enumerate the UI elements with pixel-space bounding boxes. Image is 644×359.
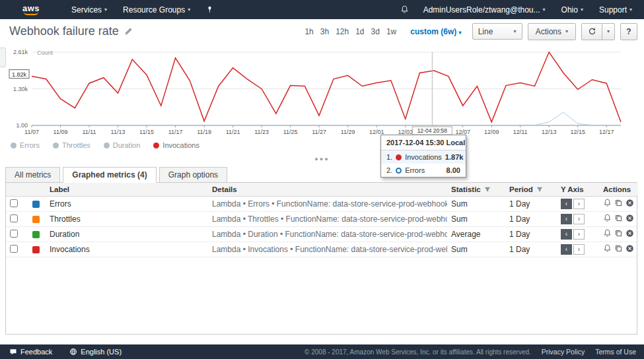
time-range-1w[interactable]: 1w (386, 27, 396, 36)
help-button[interactable]: ? (620, 23, 637, 40)
remove-metric-icon[interactable] (626, 229, 634, 240)
row-checkbox[interactable] (10, 245, 18, 253)
remove-metric-icon[interactable] (626, 199, 634, 209)
remove-metric-icon[interactable] (626, 214, 634, 224)
nav-support-menu[interactable]: Support▾ (591, 0, 640, 19)
y-axis-left-button[interactable]: ‹ (561, 229, 572, 240)
metric-period[interactable]: 1 Day (505, 197, 557, 212)
sidebar-collapse-handle[interactable] (0, 48, 6, 67)
y-axis-left-button[interactable]: ‹ (561, 244, 572, 255)
time-range-12h[interactable]: 12h (336, 27, 349, 36)
y-axis-right-button[interactable]: › (573, 199, 585, 209)
chart-legend: Errors Throttles Duration Invocations (11, 141, 199, 149)
legend-item-errors[interactable]: Errors (11, 141, 40, 149)
series-color-swatch (32, 201, 40, 208)
alarm-bell-icon[interactable] (603, 244, 612, 255)
y-axis-right-button[interactable]: › (573, 244, 585, 255)
metric-period[interactable]: 1 Day (505, 227, 557, 242)
y-axis-right-button[interactable]: › (573, 214, 585, 224)
legend-label: Duration (113, 141, 141, 149)
feedback-button[interactable]: Feedback (9, 348, 52, 356)
chevron-down-icon: ▾ (581, 7, 583, 13)
tooltip-row-invocations: 1. Invocations 1.87k (381, 150, 466, 164)
tooltip-series-name: Errors (405, 166, 443, 174)
notifications-bell-icon[interactable] (394, 5, 415, 14)
tab-graphed-metrics[interactable]: Graphed metrics (4) (63, 167, 156, 183)
duplicate-icon[interactable] (614, 244, 623, 255)
metric-statistic[interactable]: Sum (447, 242, 505, 257)
row-checkbox[interactable] (10, 214, 18, 222)
legend-item-throttles[interactable]: Throttles (53, 141, 90, 149)
metric-statistic[interactable]: Average (447, 227, 505, 242)
terms-of-use-link[interactable]: Terms of Use (595, 348, 636, 356)
y-axis-left-button[interactable]: ‹ (561, 199, 572, 209)
legend-item-duration[interactable]: Duration (104, 141, 141, 149)
time-range-3h[interactable]: 3h (320, 27, 329, 36)
nav-services[interactable]: Services▾ (63, 0, 115, 19)
chevron-down-icon: ▾ (514, 28, 517, 34)
custom-range-link[interactable]: custom (6w) ▾ (410, 27, 461, 36)
time-range-1d[interactable]: 1d (355, 27, 364, 36)
nav-account-menu[interactable]: AdminUsersRole/ztwang@thou...▾ (415, 0, 554, 19)
duplicate-icon[interactable] (614, 214, 623, 224)
refresh-button[interactable] (581, 23, 602, 40)
page-header-bar: Webhook failure rate 1h 3h 12h 1d 3d 1w … (0, 19, 644, 44)
actions-header-label: Actions (603, 185, 631, 193)
refresh-options-button[interactable]: ▾ (602, 23, 615, 40)
actions-button[interactable]: Actions▾ (528, 23, 576, 40)
row-checkbox[interactable] (10, 230, 18, 238)
table-row-duration: Duration Lambda • Duration • FunctionNam… (6, 227, 638, 242)
duplicate-icon[interactable] (614, 199, 623, 209)
filter-icon[interactable] (484, 186, 491, 193)
y-axis-left-button[interactable]: ‹ (561, 214, 572, 224)
nav-region-menu[interactable]: Ohio▾ (554, 0, 591, 19)
copyright-text: © 2008 - 2017, Amazon Web Services, Inc.… (304, 348, 531, 356)
nav-resource-groups[interactable]: Resource Groups▾ (115, 0, 198, 19)
custom-range-label: custom (6w) (410, 27, 456, 36)
metric-statistic[interactable]: Sum (447, 197, 505, 212)
row-checkbox[interactable] (10, 199, 18, 207)
series-dot-icon (396, 154, 402, 160)
pin-icon[interactable] (198, 6, 221, 13)
metrics-line-chart[interactable]: 2.61k1.30k1.00Count11/0711/0911/1111/131… (0, 44, 644, 139)
svg-text:12-04 20:58: 12-04 20:58 (417, 127, 448, 134)
metric-label[interactable]: Invocations (46, 242, 208, 257)
legend-item-invocations[interactable]: Invocations (153, 141, 199, 149)
svg-text:11/19: 11/19 (197, 129, 211, 135)
y-axis-right-button[interactable]: › (573, 229, 585, 240)
tab-all-metrics[interactable]: All metrics (5, 167, 60, 183)
time-range-1h[interactable]: 1h (304, 27, 313, 36)
remove-metric-icon[interactable] (626, 244, 634, 255)
time-range-3d[interactable]: 3d (371, 27, 380, 36)
period-header: Period (505, 183, 557, 197)
alarm-bell-icon[interactable] (603, 229, 612, 240)
metric-label[interactable]: Errors (46, 197, 208, 212)
metrics-chart-area[interactable]: 2.61k1.30k1.00Count11/0711/0911/1111/131… (0, 44, 644, 139)
metric-period[interactable]: 1 Day (505, 212, 557, 227)
aws-smile-icon (24, 12, 38, 15)
aws-logo[interactable]: aws (22, 5, 40, 15)
chart-type-select[interactable]: Line▾ (472, 23, 522, 40)
duplicate-icon[interactable] (614, 229, 623, 240)
metric-statistic[interactable]: Sum (447, 212, 505, 227)
edit-title-pencil-icon[interactable] (124, 27, 133, 36)
legend-dot-icon (53, 143, 59, 148)
metric-period[interactable]: 1 Day (505, 242, 557, 257)
language-selector[interactable]: English (US) (69, 348, 122, 356)
svg-text:11/15: 11/15 (139, 129, 154, 135)
tooltip-series-value: 1.87k (445, 153, 464, 161)
alarm-bell-icon[interactable] (603, 199, 612, 209)
tab-graph-options[interactable]: Graph options (159, 167, 227, 183)
alarm-bell-icon[interactable] (603, 214, 612, 224)
privacy-policy-link[interactable]: Privacy Policy (542, 348, 585, 356)
chart-resize-grip[interactable]: ●●● (0, 156, 644, 162)
metric-label[interactable]: Throttles (46, 212, 208, 227)
metrics-tabs: All metrics Graphed metrics (4) Graph op… (5, 167, 230, 183)
tooltip-row-errors: 2. Errors 8.00 (381, 164, 466, 177)
legend-dot-icon (104, 143, 110, 148)
tooltip-timestamp: 2017-12-04 15:30 Local (381, 135, 466, 150)
filter-icon[interactable] (536, 186, 543, 193)
metric-label[interactable]: Duration (46, 227, 208, 242)
legend-dot-icon (11, 143, 17, 148)
svg-text:11/25: 11/25 (283, 129, 298, 135)
